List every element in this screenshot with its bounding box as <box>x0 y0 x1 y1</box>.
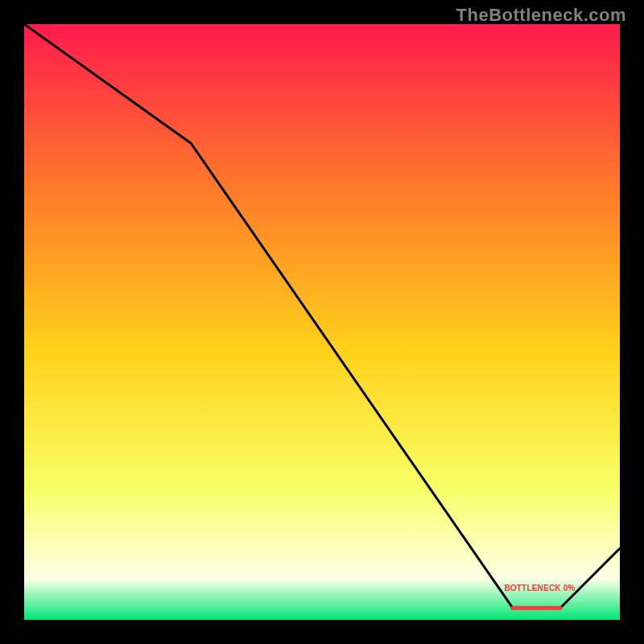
chart-frame: TheBottleneck.com BOTTLENECK 0% <box>0 0 644 644</box>
gradient-background <box>24 24 620 620</box>
zero-bottleneck-label: BOTTLENECK 0% <box>504 584 575 592</box>
chart-plot <box>24 24 620 620</box>
watermark-text: TheBottleneck.com <box>456 5 626 26</box>
